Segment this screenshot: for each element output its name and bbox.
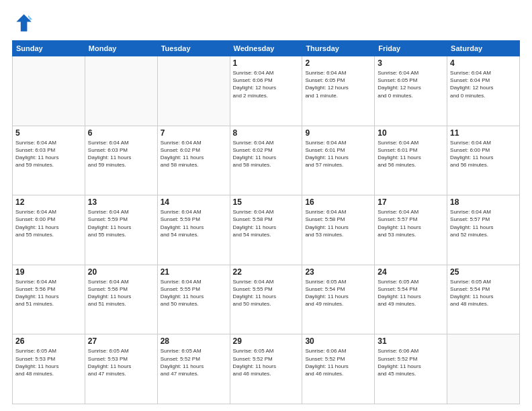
day-cell: 4Sunrise: 6:04 AM Sunset: 6:04 PM Daylig… bbox=[447, 56, 520, 126]
day-info: Sunrise: 6:06 AM Sunset: 5:52 PM Dayligh… bbox=[305, 347, 371, 377]
day-number: 11 bbox=[450, 128, 517, 138]
day-info: Sunrise: 6:04 AM Sunset: 6:04 PM Dayligh… bbox=[450, 69, 517, 99]
day-cell: 27Sunrise: 6:05 AM Sunset: 5:53 PM Dayli… bbox=[85, 334, 157, 404]
week-row-4: 19Sunrise: 6:04 AM Sunset: 5:56 PM Dayli… bbox=[13, 265, 520, 334]
logo-icon bbox=[12, 12, 34, 34]
day-info: Sunrise: 6:04 AM Sunset: 5:55 PM Dayligh… bbox=[233, 278, 300, 308]
day-number: 1 bbox=[233, 58, 300, 68]
calendar-table: SundayMondayTuesdayWednesdayThursdayFrid… bbox=[12, 40, 520, 404]
day-cell: 30Sunrise: 6:06 AM Sunset: 5:52 PM Dayli… bbox=[302, 334, 375, 404]
day-number: 21 bbox=[161, 267, 227, 277]
day-number: 7 bbox=[161, 128, 227, 138]
day-number: 12 bbox=[15, 197, 82, 207]
day-info: Sunrise: 6:04 AM Sunset: 5:56 PM Dayligh… bbox=[15, 278, 82, 308]
day-cell: 18Sunrise: 6:04 AM Sunset: 5:57 PM Dayli… bbox=[447, 195, 520, 265]
day-number: 13 bbox=[88, 197, 154, 207]
day-cell: 17Sunrise: 6:04 AM Sunset: 5:57 PM Dayli… bbox=[375, 195, 447, 265]
day-number: 6 bbox=[88, 128, 154, 138]
day-info: Sunrise: 6:04 AM Sunset: 5:59 PM Dayligh… bbox=[88, 208, 154, 238]
day-cell: 21Sunrise: 6:04 AM Sunset: 5:55 PM Dayli… bbox=[157, 265, 230, 334]
day-cell bbox=[85, 56, 157, 126]
col-header-monday: Monday bbox=[85, 41, 157, 56]
day-info: Sunrise: 6:05 AM Sunset: 5:54 PM Dayligh… bbox=[450, 278, 517, 308]
day-cell: 26Sunrise: 6:05 AM Sunset: 5:53 PM Dayli… bbox=[13, 334, 85, 404]
day-number: 9 bbox=[305, 128, 371, 138]
day-cell: 14Sunrise: 6:04 AM Sunset: 5:59 PM Dayli… bbox=[157, 195, 230, 265]
day-info: Sunrise: 6:06 AM Sunset: 5:52 PM Dayligh… bbox=[378, 347, 444, 377]
day-cell: 10Sunrise: 6:04 AM Sunset: 6:01 PM Dayli… bbox=[375, 126, 447, 195]
header bbox=[12, 12, 520, 34]
day-cell: 12Sunrise: 6:04 AM Sunset: 6:00 PM Dayli… bbox=[13, 195, 85, 265]
day-number: 3 bbox=[378, 58, 444, 68]
day-cell: 15Sunrise: 6:04 AM Sunset: 5:58 PM Dayli… bbox=[230, 195, 302, 265]
day-cell: 5Sunrise: 6:04 AM Sunset: 6:03 PM Daylig… bbox=[13, 126, 85, 195]
day-number: 16 bbox=[305, 197, 371, 207]
col-header-wednesday: Wednesday bbox=[230, 41, 302, 56]
day-number: 17 bbox=[378, 197, 444, 207]
col-header-saturday: Saturday bbox=[447, 41, 520, 56]
day-cell: 20Sunrise: 6:04 AM Sunset: 5:56 PM Dayli… bbox=[85, 265, 157, 334]
col-header-thursday: Thursday bbox=[302, 41, 375, 56]
col-header-sunday: Sunday bbox=[13, 41, 85, 56]
day-info: Sunrise: 6:04 AM Sunset: 5:59 PM Dayligh… bbox=[161, 208, 227, 238]
day-info: Sunrise: 6:04 AM Sunset: 6:06 PM Dayligh… bbox=[233, 69, 300, 99]
day-cell bbox=[157, 56, 230, 126]
day-number: 2 bbox=[305, 58, 371, 68]
day-number: 29 bbox=[233, 336, 300, 346]
day-info: Sunrise: 6:04 AM Sunset: 5:57 PM Dayligh… bbox=[378, 208, 444, 238]
day-info: Sunrise: 6:04 AM Sunset: 6:00 PM Dayligh… bbox=[15, 208, 82, 238]
day-number: 23 bbox=[305, 267, 371, 277]
day-info: Sunrise: 6:04 AM Sunset: 6:01 PM Dayligh… bbox=[305, 139, 371, 169]
day-cell: 28Sunrise: 6:05 AM Sunset: 5:52 PM Dayli… bbox=[157, 334, 230, 404]
day-info: Sunrise: 6:04 AM Sunset: 6:02 PM Dayligh… bbox=[161, 139, 227, 169]
day-number: 8 bbox=[233, 128, 300, 138]
day-number: 31 bbox=[378, 336, 444, 346]
logo bbox=[12, 12, 36, 34]
day-cell: 25Sunrise: 6:05 AM Sunset: 5:54 PM Dayli… bbox=[447, 265, 520, 334]
day-info: Sunrise: 6:05 AM Sunset: 5:54 PM Dayligh… bbox=[378, 278, 444, 308]
day-cell bbox=[447, 334, 520, 404]
day-number: 30 bbox=[305, 336, 371, 346]
day-number: 27 bbox=[88, 336, 154, 346]
day-cell: 7Sunrise: 6:04 AM Sunset: 6:02 PM Daylig… bbox=[157, 126, 230, 195]
day-info: Sunrise: 6:04 AM Sunset: 6:01 PM Dayligh… bbox=[378, 139, 444, 169]
col-header-friday: Friday bbox=[375, 41, 447, 56]
day-number: 15 bbox=[233, 197, 300, 207]
calendar-header-row: SundayMondayTuesdayWednesdayThursdayFrid… bbox=[13, 41, 520, 56]
week-row-1: 1Sunrise: 6:04 AM Sunset: 6:06 PM Daylig… bbox=[13, 56, 520, 126]
week-row-5: 26Sunrise: 6:05 AM Sunset: 5:53 PM Dayli… bbox=[13, 334, 520, 404]
day-info: Sunrise: 6:04 AM Sunset: 6:03 PM Dayligh… bbox=[15, 139, 82, 169]
day-cell: 24Sunrise: 6:05 AM Sunset: 5:54 PM Dayli… bbox=[375, 265, 447, 334]
day-number: 28 bbox=[161, 336, 227, 346]
day-number: 5 bbox=[15, 128, 82, 138]
day-cell: 2Sunrise: 6:04 AM Sunset: 6:05 PM Daylig… bbox=[302, 56, 375, 126]
week-row-2: 5Sunrise: 6:04 AM Sunset: 6:03 PM Daylig… bbox=[13, 126, 520, 195]
day-number: 19 bbox=[15, 267, 82, 277]
day-number: 26 bbox=[15, 336, 82, 346]
day-cell: 16Sunrise: 6:04 AM Sunset: 5:58 PM Dayli… bbox=[302, 195, 375, 265]
day-cell: 6Sunrise: 6:04 AM Sunset: 6:03 PM Daylig… bbox=[85, 126, 157, 195]
day-number: 18 bbox=[450, 197, 517, 207]
day-cell: 29Sunrise: 6:05 AM Sunset: 5:52 PM Dayli… bbox=[230, 334, 302, 404]
day-number: 14 bbox=[161, 197, 227, 207]
day-number: 4 bbox=[450, 58, 517, 68]
day-info: Sunrise: 6:05 AM Sunset: 5:53 PM Dayligh… bbox=[88, 347, 154, 377]
day-cell: 23Sunrise: 6:05 AM Sunset: 5:54 PM Dayli… bbox=[302, 265, 375, 334]
day-number: 10 bbox=[378, 128, 444, 138]
day-info: Sunrise: 6:04 AM Sunset: 5:57 PM Dayligh… bbox=[450, 208, 517, 238]
day-number: 22 bbox=[233, 267, 300, 277]
day-cell: 22Sunrise: 6:04 AM Sunset: 5:55 PM Dayli… bbox=[230, 265, 302, 334]
day-cell: 19Sunrise: 6:04 AM Sunset: 5:56 PM Dayli… bbox=[13, 265, 85, 334]
day-info: Sunrise: 6:04 AM Sunset: 6:05 PM Dayligh… bbox=[305, 69, 371, 99]
day-cell: 11Sunrise: 6:04 AM Sunset: 6:00 PM Dayli… bbox=[447, 126, 520, 195]
day-number: 25 bbox=[450, 267, 517, 277]
day-cell: 8Sunrise: 6:04 AM Sunset: 6:02 PM Daylig… bbox=[230, 126, 302, 195]
day-info: Sunrise: 6:05 AM Sunset: 5:54 PM Dayligh… bbox=[305, 278, 371, 308]
day-info: Sunrise: 6:04 AM Sunset: 5:55 PM Dayligh… bbox=[161, 278, 227, 308]
day-cell: 1Sunrise: 6:04 AM Sunset: 6:06 PM Daylig… bbox=[230, 56, 302, 126]
day-info: Sunrise: 6:04 AM Sunset: 6:02 PM Dayligh… bbox=[233, 139, 300, 169]
day-info: Sunrise: 6:04 AM Sunset: 5:58 PM Dayligh… bbox=[233, 208, 300, 238]
day-info: Sunrise: 6:04 AM Sunset: 6:05 PM Dayligh… bbox=[378, 69, 444, 99]
day-info: Sunrise: 6:04 AM Sunset: 6:00 PM Dayligh… bbox=[450, 139, 517, 169]
day-cell bbox=[13, 56, 85, 126]
